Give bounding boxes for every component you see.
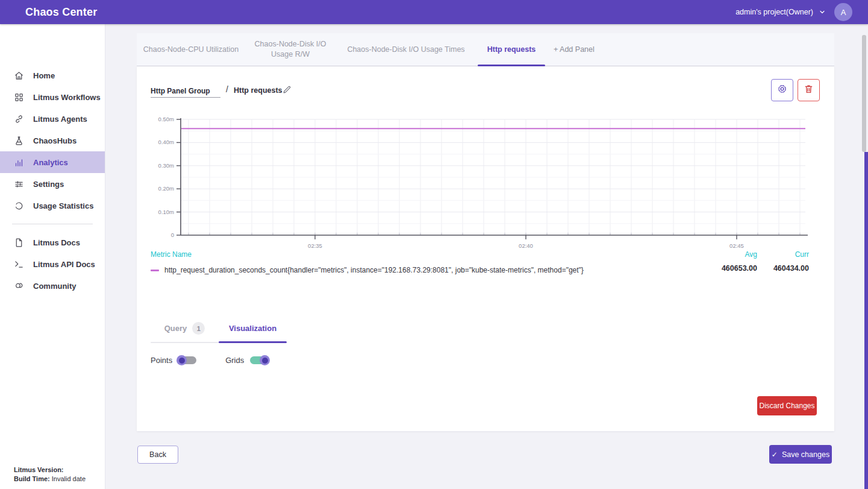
flask-icon bbox=[14, 136, 24, 146]
sliders-icon bbox=[14, 179, 24, 189]
chevron-down-icon bbox=[819, 8, 826, 16]
svg-text:0.30m: 0.30m bbox=[158, 162, 174, 169]
document-icon bbox=[14, 238, 24, 248]
project-selector[interactable]: admin's project(Owner) bbox=[735, 8, 826, 16]
grids-toggle-knob bbox=[260, 355, 270, 365]
svg-text:0.20m: 0.20m bbox=[158, 185, 174, 192]
sidebar-item-litmus-docs[interactable]: Litmus Docs bbox=[0, 232, 105, 253]
tab-visualization-underline bbox=[219, 341, 287, 343]
inner-scrollbar-thumb[interactable] bbox=[864, 152, 868, 489]
tab-visualization[interactable]: Visualization bbox=[219, 315, 287, 343]
panel-tabs: Chaos-Node-CPU UtilizationChaos-Node-Dis… bbox=[138, 33, 548, 66]
avatar[interactable]: A bbox=[834, 3, 852, 21]
sidebar-item-label: Litmus Agents bbox=[33, 115, 87, 124]
check-icon: ✓ bbox=[772, 450, 778, 459]
panel-tabstrip: Chaos-Node-CPU UtilizationChaos-Node-Dis… bbox=[137, 33, 834, 66]
series-name: http_request_duration_seconds_count{hand… bbox=[164, 266, 584, 274]
tab-visualization-label: Visualization bbox=[229, 324, 276, 333]
svg-text:0: 0 bbox=[171, 232, 174, 238]
series-curr-value: 460434.00 bbox=[766, 264, 809, 273]
build-time-value: Invalid date bbox=[52, 475, 86, 482]
query-count-badge: 1 bbox=[192, 322, 205, 335]
sidebar-item-litmus-agents[interactable]: Litmus Agents bbox=[0, 108, 105, 130]
svg-text:0.50m: 0.50m bbox=[158, 116, 174, 122]
tab-query-underline bbox=[151, 342, 219, 343]
sidebar-item-litmus-workflows[interactable]: Litmus Workflows bbox=[0, 86, 105, 108]
panel-tab-2[interactable]: Chaos-Node-Disk I/O Usage R/W bbox=[244, 33, 337, 66]
sidebar-nav-secondary: Litmus DocsLitmus API DocsCommunity bbox=[0, 232, 105, 297]
series-color-dash bbox=[151, 270, 159, 271]
panel-tab-3[interactable]: Chaos-Node-Disk I/O Usage Times bbox=[337, 33, 475, 66]
sidebar-item-label: Settings bbox=[33, 180, 64, 189]
tab-query[interactable]: Query 1 bbox=[151, 315, 219, 343]
grids-toggle[interactable] bbox=[250, 356, 268, 364]
sidebar-item-label: Usage Statistics bbox=[33, 201, 93, 210]
sidebar-item-litmus-api-docs[interactable]: Litmus API Docs bbox=[0, 253, 105, 275]
terminal-icon bbox=[14, 259, 24, 270]
points-toggle[interactable] bbox=[178, 356, 196, 364]
points-toggle-knob bbox=[176, 355, 187, 365]
visualization-toggles: Points Grids bbox=[151, 356, 268, 365]
tab-query-label: Query bbox=[164, 324, 187, 333]
legend-curr-header: Curr bbox=[766, 250, 809, 259]
sidebar-nav-main: HomeLitmus WorkflowsLitmus AgentsChaosHu… bbox=[0, 65, 105, 216]
panel-tab-4[interactable]: Http requests bbox=[475, 33, 548, 66]
workflows-icon bbox=[14, 92, 24, 103]
save-changes-label: Save changes bbox=[782, 450, 829, 459]
project-selector-label: admin's project(Owner) bbox=[735, 8, 813, 16]
sidebar-item-settings[interactable]: Settings bbox=[0, 173, 105, 195]
circle-icon bbox=[14, 201, 24, 211]
build-time-label: Build Time: bbox=[14, 475, 50, 482]
svg-text:02:45: 02:45 bbox=[729, 242, 744, 249]
grids-toggle-label: Grids bbox=[225, 356, 244, 365]
editor-tabs: Query 1 Visualization bbox=[151, 315, 287, 343]
delete-panel-button[interactable] bbox=[798, 79, 820, 101]
page-scrollbar-thumb[interactable] bbox=[862, 35, 866, 152]
svg-text:02:40: 02:40 bbox=[519, 242, 533, 249]
discard-changes-button[interactable]: Discard Changes bbox=[757, 396, 817, 415]
sidebar-item-analytics[interactable]: Analytics bbox=[0, 151, 105, 173]
sidebar-item-label: Litmus Workflows bbox=[33, 93, 101, 102]
sidebar-item-label: ChaosHubs bbox=[33, 136, 76, 145]
home-icon bbox=[14, 71, 24, 81]
svg-text:0.10m: 0.10m bbox=[158, 209, 174, 215]
sidebar-item-usage-statistics[interactable]: Usage Statistics bbox=[0, 195, 105, 216]
sidebar-item-label: Community bbox=[33, 282, 76, 291]
trash-icon bbox=[803, 83, 814, 97]
sidebar-divider bbox=[12, 224, 93, 224]
pencil-icon bbox=[282, 87, 292, 96]
panel-editor-card: / Http requests 0.50m0.40m0.30m0.20m0.10… bbox=[137, 66, 834, 431]
sidebar-item-community[interactable]: Community bbox=[0, 275, 105, 297]
legend-series-row: http_request_duration_seconds_count{hand… bbox=[151, 266, 584, 274]
chat-bubbles-icon bbox=[14, 281, 24, 291]
points-toggle-label: Points bbox=[151, 356, 172, 365]
svg-text:0.40m: 0.40m bbox=[158, 139, 174, 145]
add-panel-button[interactable]: + Add Panel bbox=[548, 33, 601, 66]
sidebar-item-home[interactable]: Home bbox=[0, 65, 105, 86]
top-app-bar: Chaos Center admin's project(Owner) A bbox=[0, 0, 868, 24]
version-label: Litmus Version: bbox=[14, 466, 64, 473]
sidebar-item-label: Analytics bbox=[33, 158, 68, 167]
save-changes-button[interactable]: ✓ Save changes bbox=[769, 445, 832, 464]
gear-icon bbox=[776, 83, 788, 97]
sidebar-item-label: Litmus API Docs bbox=[33, 260, 95, 269]
sidebar-item-label: Home bbox=[33, 71, 55, 80]
bar-chart-icon bbox=[14, 157, 24, 168]
back-button[interactable]: Back bbox=[137, 446, 178, 464]
link-icon bbox=[14, 114, 24, 124]
sidebar-item-chaoshubs[interactable]: ChaosHubs bbox=[0, 130, 105, 151]
series-avg-value: 460653.00 bbox=[714, 264, 757, 273]
panel-tab-1[interactable]: Chaos-Node-CPU Utilization bbox=[138, 33, 244, 66]
breadcrumb-separator: / bbox=[226, 84, 228, 94]
legend-metric-name-header: Metric Name bbox=[151, 250, 192, 259]
version-info: Litmus Version: Build Time: Invalid date bbox=[14, 465, 86, 484]
panel-settings-button[interactable] bbox=[771, 79, 793, 101]
sidebar-item-label: Litmus Docs bbox=[33, 238, 80, 247]
svg-text:02:35: 02:35 bbox=[308, 242, 322, 249]
panel-group-name-input[interactable] bbox=[151, 84, 220, 98]
legend-avg-header: Avg bbox=[714, 250, 757, 259]
app-title: Chaos Center bbox=[25, 6, 97, 19]
legend-stats: Avg Curr 460653.00 460434.00 bbox=[714, 250, 809, 273]
edit-panel-name-button[interactable] bbox=[280, 84, 293, 97]
panel-name-text: Http requests bbox=[234, 86, 283, 95]
